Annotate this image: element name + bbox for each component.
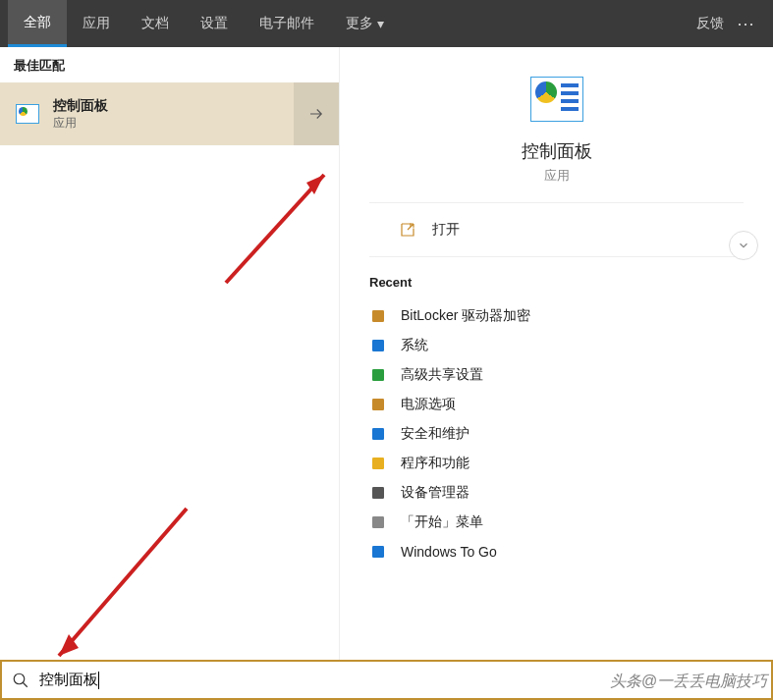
detail-panel: 控制面板 应用 打开 Recent BitLocker 驱动器加密系统高级共享设… [340,47,773,660]
recent-item-label: 安全和维护 [401,425,469,443]
recent-item-label: 电源选项 [401,396,456,413]
open-label: 打开 [432,221,460,239]
tab-more-label: 更多 [346,15,373,32]
expand-arrow-button[interactable] [294,82,339,145]
svg-rect-9 [372,458,384,469]
watermark: 头条@一丢丢电脑技巧 [610,672,767,692]
recent-item-label: BitLocker 驱动器加密 [401,307,530,325]
svg-rect-12 [372,546,384,558]
chevron-down-icon: ▾ [377,16,384,31]
svg-line-2 [59,509,187,656]
annotation-arrow-bottom [39,499,196,670]
recent-item[interactable]: 程序和功能 [369,449,744,478]
svg-marker-3 [59,634,79,656]
results-panel: 最佳匹配 控制面板 应用 [0,47,340,660]
svg-rect-10 [372,487,384,499]
control-panel-icon-large [530,77,583,126]
svg-line-0 [226,175,324,283]
best-match-header: 最佳匹配 [0,47,339,82]
detail-subtitle: 应用 [369,167,744,185]
open-action[interactable]: 打开 [369,203,744,257]
control-panel-icon [14,100,41,128]
svg-marker-1 [306,175,324,194]
recent-item[interactable]: 设备管理器 [369,478,744,508]
chevron-down-icon [737,239,750,252]
arrow-right-icon [307,105,325,123]
tab-more[interactable]: 更多 ▾ [330,0,400,47]
tab-documents[interactable]: 文档 [126,0,185,47]
svg-rect-6 [372,369,384,381]
tab-email[interactable]: 电子邮件 [244,0,330,47]
svg-rect-11 [372,516,384,528]
recent-item-icon [369,543,387,561]
tab-all[interactable]: 全部 [8,0,67,47]
recent-item[interactable]: Windows To Go [369,537,744,566]
recent-item[interactable]: 「开始」菜单 [369,508,744,537]
result-title: 控制面板 [53,97,108,115]
recent-item[interactable]: BitLocker 驱动器加密 [369,301,744,331]
recent-item[interactable]: 电源选项 [369,390,744,419]
recent-item-icon [369,513,387,531]
recent-item-icon [369,366,387,384]
open-icon [399,221,416,239]
recent-item-label: 高级共享设置 [401,366,483,384]
recent-item-label: 设备管理器 [401,484,469,502]
recent-item-label: 系统 [401,337,428,354]
annotation-arrow-top [216,155,354,296]
expand-chevron-button[interactable] [729,231,758,260]
recent-item-icon [369,484,387,502]
more-options-icon[interactable]: ⋯ [734,13,757,34]
recent-item-icon [369,396,387,413]
svg-rect-8 [372,428,384,440]
recent-header: Recent [369,275,744,290]
result-subtitle: 应用 [53,115,108,132]
recent-item-icon [369,307,387,325]
tab-apps[interactable]: 应用 [67,0,126,47]
svg-rect-5 [372,340,384,351]
recent-item-icon [369,425,387,443]
recent-item-label: 程序和功能 [401,455,469,472]
detail-title: 控制面板 [369,139,744,163]
recent-item[interactable]: 高级共享设置 [369,360,744,390]
recent-item-label: Windows To Go [401,544,497,560]
svg-rect-4 [372,310,384,322]
svg-rect-7 [372,399,384,410]
feedback-link[interactable]: 反馈 [696,15,724,32]
recent-item-label: 「开始」菜单 [401,513,483,531]
recent-item-icon [369,337,387,354]
recent-item-icon [369,455,387,472]
recent-item[interactable]: 安全和维护 [369,419,744,449]
top-tab-bar: 全部 应用 文档 设置 电子邮件 更多 ▾ 反馈 ⋯ [0,0,773,47]
search-result-control-panel[interactable]: 控制面板 应用 [0,82,339,145]
recent-item[interactable]: 系统 [369,331,744,360]
tab-settings[interactable]: 设置 [185,0,244,47]
